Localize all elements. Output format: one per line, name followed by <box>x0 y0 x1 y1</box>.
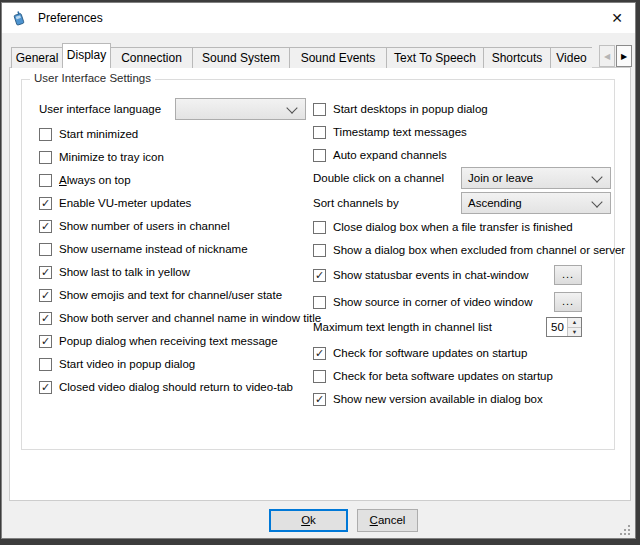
tab-scroll-left-icon[interactable]: ◀ <box>599 45 615 67</box>
max-text-length-row: Maximum text length in channel list <box>313 319 492 335</box>
checkbox-label: Show new version available in dialog box <box>333 393 543 405</box>
checkbox[interactable]: ✓ <box>313 269 326 282</box>
checkbox[interactable]: ✓ <box>39 266 52 279</box>
checkbox[interactable]: ✓ <box>39 220 52 233</box>
checkbox-label: Show emojis and text for channel/user st… <box>59 289 282 301</box>
sort-channels-value: Ascending <box>468 193 522 213</box>
close-icon[interactable]: ✕ <box>599 3 635 33</box>
checkbox[interactable] <box>39 243 52 256</box>
checkbox-row: Show a dialog box when excluded from cha… <box>313 242 625 258</box>
checkbox-row: Show source in corner of video window <box>313 294 532 310</box>
sort-channels-row: Sort channels by <box>313 195 399 211</box>
checkbox-label: Show number of users in channel <box>59 220 230 232</box>
double-click-label: Double click on a channel <box>313 172 444 184</box>
checkbox[interactable] <box>313 126 326 139</box>
checkbox[interactable]: ✓ <box>39 381 52 394</box>
checkbox-label: Show a dialog box when excluded from cha… <box>333 244 625 256</box>
double-click-row: Double click on a channel <box>313 170 444 186</box>
checkbox[interactable]: ✓ <box>39 197 52 210</box>
max-text-length-label: Maximum text length in channel list <box>313 321 492 333</box>
checkbox-label: Timestamp text messages <box>333 126 467 138</box>
checkbox-label: Check for software updates on startup <box>333 347 527 359</box>
chevron-down-icon <box>286 102 297 113</box>
teamtalk-app-icon <box>11 10 27 26</box>
checkbox[interactable]: ✓ <box>313 347 326 360</box>
max-text-length-spinner[interactable]: 50 ▲ ▼ <box>546 317 582 337</box>
checkbox-row: Close dialog box when a file transfer is… <box>313 219 573 235</box>
tab-video[interactable]: Video <box>550 47 592 68</box>
checkbox-row: Start minimized <box>39 126 138 142</box>
checkbox-row: Auto expand channels <box>313 147 447 163</box>
checkbox-row: Start desktops in popup dialog <box>313 101 488 117</box>
tab-bar: General Display Connection Sound System … <box>11 43 592 68</box>
checkbox-row: ✓ Show last to talk in yellow <box>39 264 190 280</box>
spin-up-icon[interactable]: ▲ <box>568 318 581 328</box>
checkbox-label: Start video in popup dialog <box>59 358 195 370</box>
checkbox[interactable] <box>313 221 326 234</box>
double-click-combobox[interactable]: Join or leave <box>461 167 611 189</box>
titlebar: Preferences ✕ <box>2 3 635 33</box>
resize-grip-icon[interactable] <box>619 522 631 534</box>
checkbox[interactable] <box>39 174 52 187</box>
checkbox-label: Show last to talk in yellow <box>59 266 190 278</box>
tab-text-to-speech[interactable]: Text To Speech <box>386 47 484 68</box>
checkbox-row: ✓ Enable VU-meter updates <box>39 195 191 211</box>
checkbox-row: Minimize to tray icon <box>39 149 164 165</box>
tab-scroll-right-icon[interactable]: ▶ <box>616 45 632 67</box>
tab-general[interactable]: General <box>11 47 63 68</box>
ok-button[interactable]: Ok <box>269 509 348 532</box>
checkbox[interactable] <box>313 370 326 383</box>
checkbox-row: ✓ Show statusbar events in chat-window <box>313 267 529 283</box>
sort-channels-label: Sort channels by <box>313 197 399 209</box>
checkbox-label: Show both server and channel name in win… <box>59 312 321 324</box>
checkbox[interactable] <box>39 128 52 141</box>
language-row: User interface language <box>39 101 161 117</box>
checkbox-label: Always on top <box>59 174 131 186</box>
checkbox[interactable] <box>313 103 326 116</box>
checkbox-label: Show username instead of nickname <box>59 243 248 255</box>
language-combobox[interactable] <box>175 98 306 120</box>
checkbox[interactable]: ✓ <box>39 312 52 325</box>
checkbox-label: Enable VU-meter updates <box>59 197 191 209</box>
video-source-options-button[interactable]: ... <box>554 292 582 312</box>
checkbox-label: Minimize to tray icon <box>59 151 164 163</box>
checkbox-row: ✓ Show number of users in channel <box>39 218 230 234</box>
user-interface-settings-group: User Interface Settings User interface l… <box>21 79 615 450</box>
checkbox-label: Show source in corner of video window <box>333 296 532 308</box>
checkbox-label: Start desktops in popup dialog <box>333 103 488 115</box>
checkbox-label: Closed video dialog should return to vid… <box>59 381 293 393</box>
checkbox-row: Always on top <box>39 172 131 188</box>
checkbox-label: Close dialog box when a file transfer is… <box>333 221 573 233</box>
tab-shortcuts[interactable]: Shortcuts <box>483 47 551 68</box>
checkbox-label: Check for beta software updates on start… <box>333 370 553 382</box>
checkbox[interactable]: ✓ <box>39 335 52 348</box>
sort-channels-combobox[interactable]: Ascending <box>461 192 611 214</box>
checkbox[interactable]: ✓ <box>313 393 326 406</box>
max-text-length-value: 50 <box>547 318 567 336</box>
checkbox[interactable]: ✓ <box>39 289 52 302</box>
display-tab-page: User Interface Settings User interface l… <box>9 67 631 501</box>
statusbar-events-options-button[interactable]: ... <box>554 265 582 285</box>
window-title: Preferences <box>38 3 103 33</box>
checkbox[interactable] <box>39 358 52 371</box>
checkbox-row: ✓ Closed video dialog should return to v… <box>39 379 293 395</box>
group-title: User Interface Settings <box>30 72 155 84</box>
checkbox-label: Popup dialog when receiving text message <box>59 335 278 347</box>
checkbox[interactable] <box>313 296 326 309</box>
spinner-buttons: ▲ ▼ <box>567 318 581 336</box>
tab-sound-events[interactable]: Sound Events <box>289 47 387 68</box>
tab-display[interactable]: Display <box>62 43 111 68</box>
checkbox[interactable] <box>39 151 52 164</box>
checkbox-row: ✓ Check for software updates on startup <box>313 345 527 361</box>
checkbox[interactable] <box>313 244 326 257</box>
chevron-down-icon <box>591 171 602 182</box>
tab-sound-system[interactable]: Sound System <box>192 47 290 68</box>
spin-down-icon[interactable]: ▼ <box>568 328 581 337</box>
checkbox[interactable] <box>313 149 326 162</box>
checkbox-row: Timestamp text messages <box>313 124 467 140</box>
checkbox-row: ✓ Show emojis and text for channel/user … <box>39 287 282 303</box>
checkbox-label: Show statusbar events in chat-window <box>333 269 529 281</box>
language-label: User interface language <box>39 103 161 115</box>
cancel-button[interactable]: Cancel <box>357 509 418 532</box>
tab-connection[interactable]: Connection <box>110 47 193 68</box>
